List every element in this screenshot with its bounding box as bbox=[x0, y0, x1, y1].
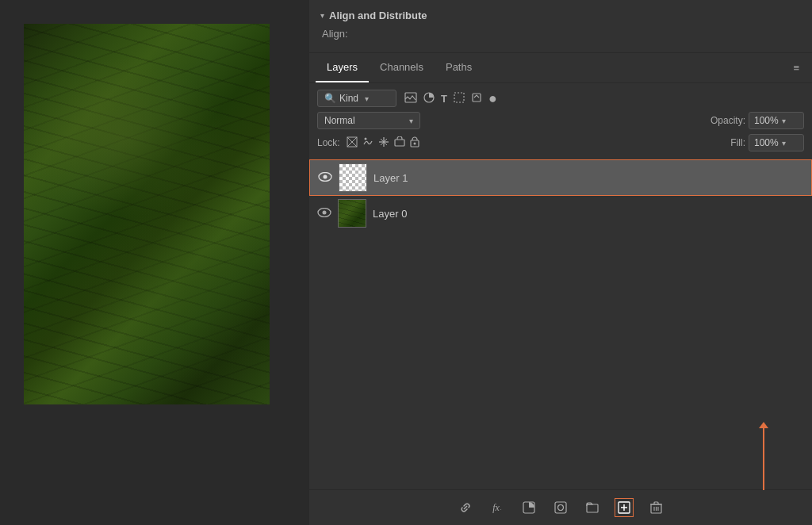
lock-label: Lock: bbox=[317, 137, 340, 148]
svg-point-14 bbox=[413, 142, 416, 144]
kind-dropdown[interactable]: 🔍 Kind bbox=[317, 90, 396, 107]
blend-mode-value: Normal bbox=[324, 115, 406, 126]
canvas-area bbox=[0, 0, 309, 525]
opacity-chevron-icon: ▾ bbox=[782, 117, 786, 125]
layer-item-layer1[interactable]: Layer 1 bbox=[309, 159, 812, 196]
svg-point-7 bbox=[364, 137, 366, 140]
add-layer-mask-button[interactable] bbox=[551, 498, 570, 517]
tabs-section: Layers Channels Paths ≡ bbox=[309, 53, 812, 83]
kind-icon-dot[interactable]: ● bbox=[488, 91, 497, 105]
fill-label: Fill: bbox=[730, 137, 745, 148]
align-label: Align: bbox=[320, 28, 801, 40]
svg-rect-20 bbox=[555, 502, 566, 513]
blend-row: Normal ▾ Opacity: 100% ▾ bbox=[317, 112, 804, 129]
kind-icon-smart-object[interactable] bbox=[471, 92, 482, 105]
lock-all-icon[interactable] bbox=[410, 136, 419, 150]
kind-label: Kind bbox=[339, 93, 358, 104]
lock-pixels-icon[interactable] bbox=[362, 136, 373, 150]
align-section-title: Align and Distribute bbox=[329, 10, 427, 21]
opacity-value: 100% bbox=[754, 115, 779, 126]
layer-name-layer1: Layer 1 bbox=[373, 172, 408, 184]
bottom-toolbar: fx . bbox=[309, 489, 812, 525]
lock-row: Lock: bbox=[317, 134, 804, 151]
delete-layer-button[interactable] bbox=[646, 498, 665, 517]
layer-thumbnail-layer1 bbox=[339, 163, 367, 192]
layer-thumbnail-layer0 bbox=[338, 199, 366, 228]
kind-filter-icons: T ● bbox=[404, 91, 497, 105]
layer-controls: 🔍 Kind bbox=[309, 83, 812, 158]
tabs-menu-button[interactable]: ≡ bbox=[787, 53, 806, 82]
new-group-button[interactable] bbox=[583, 498, 602, 517]
kind-search-icon: 🔍 bbox=[324, 93, 336, 104]
layers-list: Layer 1 Layer 0 bbox=[309, 158, 812, 489]
opacity-input[interactable]: 100% ▾ bbox=[749, 112, 804, 129]
lock-position-icon[interactable] bbox=[378, 136, 389, 150]
link-layers-button[interactable] bbox=[456, 498, 475, 517]
fill-chevron-icon: ▾ bbox=[782, 139, 786, 148]
blend-chevron-icon: ▾ bbox=[409, 117, 413, 125]
layer-fx-button[interactable]: fx . bbox=[488, 498, 507, 517]
layer-item-layer0[interactable]: Layer 0 bbox=[309, 196, 812, 231]
kind-chevron-icon bbox=[365, 94, 369, 103]
canvas-image bbox=[24, 24, 270, 404]
align-collapse-icon[interactable]: ▾ bbox=[320, 11, 324, 20]
layer-name-layer0: Layer 0 bbox=[373, 208, 407, 220]
tab-paths[interactable]: Paths bbox=[435, 53, 483, 82]
tab-channels[interactable]: Channels bbox=[369, 53, 435, 82]
tabs-spacer bbox=[483, 53, 787, 82]
svg-point-18 bbox=[323, 211, 327, 215]
lock-artboard-icon[interactable] bbox=[394, 136, 405, 150]
visibility-icon-layer0[interactable] bbox=[317, 207, 331, 220]
kind-icon-type[interactable]: T bbox=[441, 93, 447, 105]
lock-icons bbox=[347, 136, 419, 150]
tabs-row: Layers Channels Paths ≡ bbox=[309, 53, 812, 82]
kind-icon-shape[interactable] bbox=[454, 92, 465, 105]
svg-point-16 bbox=[324, 175, 327, 179]
fill-input[interactable]: 100% ▾ bbox=[749, 134, 804, 151]
new-fill-layer-button[interactable] bbox=[519, 498, 538, 517]
tab-layers[interactable]: Layers bbox=[316, 53, 369, 82]
align-section: ▾ Align and Distribute Align: bbox=[309, 0, 812, 53]
new-layer-button[interactable] bbox=[615, 498, 634, 517]
svg-point-21 bbox=[558, 505, 564, 511]
svg-rect-12 bbox=[395, 140, 404, 146]
blend-mode-dropdown[interactable]: Normal ▾ bbox=[317, 112, 420, 129]
fill-value: 100% bbox=[754, 137, 779, 148]
fill-group: Fill: 100% ▾ bbox=[730, 134, 804, 151]
visibility-icon-layer1[interactable] bbox=[318, 171, 332, 184]
align-header: ▾ Align and Distribute bbox=[320, 10, 801, 21]
lock-transparent-icon[interactable] bbox=[347, 136, 358, 150]
svg-rect-2 bbox=[454, 93, 464, 102]
right-panel: ▾ Align and Distribute Align: Layers Cha… bbox=[309, 0, 812, 525]
opacity-label: Opacity: bbox=[710, 115, 745, 126]
opacity-group: Opacity: 100% ▾ bbox=[710, 112, 804, 129]
svg-rect-22 bbox=[587, 504, 598, 512]
kind-icon-adjustment[interactable] bbox=[423, 92, 435, 105]
kind-icon-image[interactable] bbox=[404, 92, 417, 105]
kind-row: 🔍 Kind bbox=[317, 90, 804, 107]
